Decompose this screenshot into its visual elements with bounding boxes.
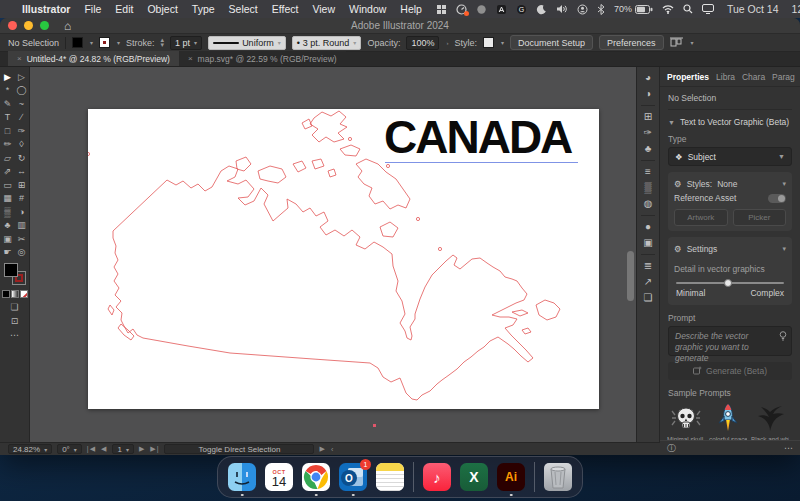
opacity-expand-icon[interactable]: › xyxy=(446,40,448,46)
swatches-panel-icon[interactable]: ⊞ xyxy=(644,112,652,122)
stroke-color-swatch[interactable] xyxy=(99,37,110,48)
fill-stroke-indicator[interactable] xyxy=(4,263,26,285)
export-panel-icon[interactable]: ↗ xyxy=(644,277,652,287)
zoom-level-select[interactable]: 24.82%▾ xyxy=(8,444,52,454)
color-guide-panel-icon[interactable]: ◑ xyxy=(645,89,651,99)
artboards-panel-icon[interactable]: ❏ xyxy=(644,293,653,303)
paintbrush-tool[interactable]: ✑ xyxy=(15,124,29,138)
fill-chevron-icon[interactable]: ▾ xyxy=(90,39,93,46)
line-segment-tool[interactable]: ∕ xyxy=(15,111,29,125)
variable-width-profile-select[interactable]: Uniform▾ xyxy=(208,36,286,50)
brushes-panel-icon[interactable]: ✑ xyxy=(644,128,652,138)
mesh-tool[interactable]: # xyxy=(15,192,29,206)
close-tab-icon[interactable]: × xyxy=(188,54,193,63)
pencil-tool[interactable]: ✏ xyxy=(1,138,15,152)
dock-notes[interactable] xyxy=(376,463,404,491)
dock-excel[interactable]: X xyxy=(460,463,488,491)
document-tab-active[interactable]: ×Untitled-4* @ 24.82 % (RGB/Preview) xyxy=(8,51,179,66)
sample-prompt-skull[interactable]: Minimal skull... xyxy=(668,403,704,441)
fill-color-swatch[interactable] xyxy=(72,37,83,48)
pen-tool[interactable]: ✎ xyxy=(1,97,15,111)
menu-type[interactable]: Type xyxy=(192,3,215,15)
perspective-grid-tool[interactable]: ▦ xyxy=(1,192,15,206)
hand-tool[interactable]: ☛ xyxy=(1,246,15,260)
symbol-sprayer-tool[interactable]: ♣ xyxy=(1,219,15,233)
menu-clock-date[interactable]: Tue Oct 14 xyxy=(727,3,779,15)
close-tab-icon[interactable]: × xyxy=(17,54,22,63)
drawing-modes-icon[interactable]: ❏ xyxy=(10,302,18,312)
direct-selection-tool[interactable]: ▷ xyxy=(15,70,29,84)
moon-icon[interactable] xyxy=(536,4,547,15)
chevron-down-icon[interactable]: ▾ xyxy=(782,245,786,253)
square-app-icon[interactable] xyxy=(496,4,507,15)
gradient-panel-icon[interactable]: ▒ xyxy=(644,183,651,193)
sample-prompt-rocket[interactable]: colorful space... xyxy=(710,403,746,441)
gradient-mode-button[interactable] xyxy=(11,290,19,298)
shaper-tool[interactable]: ◊ xyxy=(15,138,29,152)
transparency-panel-icon[interactable]: ◍ xyxy=(644,199,653,209)
dock-finder[interactable] xyxy=(228,463,256,491)
user-icon[interactable] xyxy=(577,4,588,15)
display-icon[interactable] xyxy=(702,4,714,14)
styles-row[interactable]: ⚙ Styles: None ▾ xyxy=(674,177,786,191)
dock-illustrator[interactable]: Ai xyxy=(497,463,525,491)
column-graph-tool[interactable]: ▥ xyxy=(15,219,29,233)
zoom-window-button[interactable] xyxy=(40,21,49,30)
g-app-icon[interactable]: G xyxy=(516,4,527,15)
menu-clock-time[interactable]: 12:25 PM xyxy=(792,3,800,15)
home-icon[interactable]: ⌂ xyxy=(64,20,71,32)
menu-app-name[interactable]: Illustrator xyxy=(22,3,70,15)
canvas-vertical-scrollbar[interactable] xyxy=(627,251,634,301)
edit-toolbar-icon[interactable]: ⋯ xyxy=(10,330,19,340)
opacity-label[interactable]: Opacity: xyxy=(367,38,400,48)
eraser-tool[interactable]: ▱ xyxy=(1,151,15,165)
idea-bulb-icon[interactable] xyxy=(779,331,787,341)
curvature-tool[interactable]: ~ xyxy=(15,97,29,111)
dock-music[interactable]: ♪ xyxy=(423,463,451,491)
settings-row[interactable]: ⚙ Settings ▾ xyxy=(674,242,786,256)
detail-slider[interactable]: Minimal Complex xyxy=(676,282,784,298)
rotation-select[interactable]: 0°▾ xyxy=(57,444,82,454)
preferences-button[interactable]: Preferences xyxy=(599,35,664,50)
graphic-styles-panel-icon[interactable]: ▣ xyxy=(643,238,652,248)
subject-type-select[interactable]: ❖ Subject ▼ xyxy=(668,147,792,166)
canvas-pasteboard[interactable]: CANADA xyxy=(30,67,636,442)
rotate-tool[interactable]: ↻ xyxy=(15,151,29,165)
color-mode-button[interactable] xyxy=(2,290,10,298)
stroke-weight-label[interactable]: Stroke: xyxy=(126,38,155,48)
zoom-tool[interactable]: ◎ xyxy=(15,246,29,260)
menu-file[interactable]: File xyxy=(84,3,101,15)
gradient-tool[interactable]: ▒ xyxy=(1,205,15,219)
appearance-panel-icon[interactable]: ● xyxy=(645,222,651,232)
align-chevron-icon[interactable]: ▾ xyxy=(691,39,694,46)
style-swatch[interactable] xyxy=(483,37,494,48)
fill-proxy[interactable] xyxy=(4,263,18,277)
first-artboard-icon[interactable]: |◀ xyxy=(87,445,96,453)
none-mode-button[interactable] xyxy=(20,290,28,298)
ttv-section-header[interactable]: ▼ Text to Vector Graphic (Beta) xyxy=(668,110,792,132)
slice-tool[interactable]: ✂ xyxy=(15,232,29,246)
chevron-down-icon[interactable]: ▾ xyxy=(782,180,786,188)
width-tool[interactable]: ↔ xyxy=(15,165,29,179)
tab-libraries[interactable]: Libra xyxy=(716,72,735,82)
status-expand-icon[interactable]: ▶ xyxy=(319,445,325,453)
close-window-button[interactable] xyxy=(8,21,17,30)
volume-icon[interactable] xyxy=(556,4,568,14)
rectangle-tool[interactable]: □ xyxy=(1,124,15,138)
battery-indicator[interactable]: 70% xyxy=(614,4,653,14)
wifi-icon[interactable] xyxy=(662,5,674,14)
more-options-icon[interactable]: ⋯ xyxy=(784,443,793,453)
artboard-title-text[interactable]: CANADA xyxy=(384,114,580,160)
menu-object[interactable]: Object xyxy=(147,3,177,15)
menu-window[interactable]: Window xyxy=(349,3,386,15)
tab-character[interactable]: Chara xyxy=(742,72,765,82)
brush-definition-select[interactable]: •3 pt. Round▾ xyxy=(292,36,362,50)
menu-help[interactable]: Help xyxy=(400,3,422,15)
symbols-panel-icon[interactable]: ♣ xyxy=(645,144,652,154)
tab-paragraph[interactable]: Parag xyxy=(772,72,795,82)
align-options-icon[interactable] xyxy=(670,37,684,48)
blend-tool[interactable]: ◑ xyxy=(15,205,29,219)
stroke-chevron-icon[interactable]: ▾ xyxy=(117,39,120,46)
document-setup-button[interactable]: Document Setup xyxy=(510,35,593,50)
picker-button[interactable]: Picker xyxy=(733,209,787,226)
